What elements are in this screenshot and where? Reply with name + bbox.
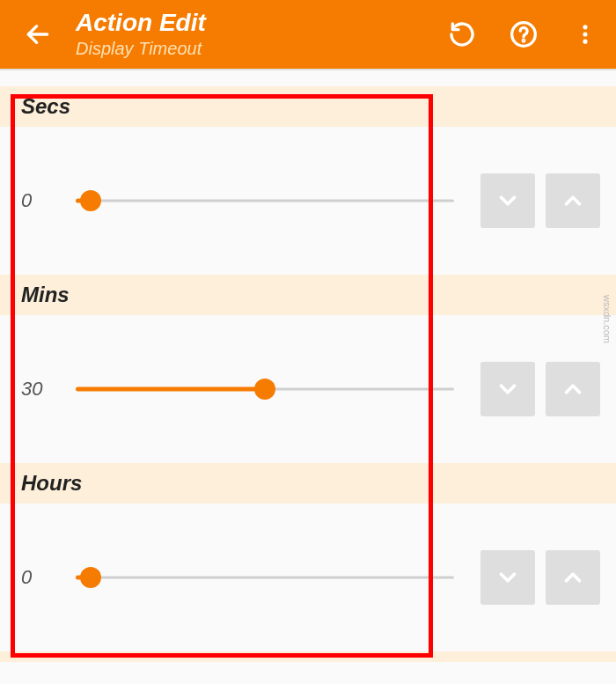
secs-label: Secs <box>0 86 616 127</box>
hours-value: 0 <box>21 566 76 589</box>
hours-increment-button[interactable] <box>546 550 600 605</box>
secs-decrement-button[interactable] <box>480 173 535 228</box>
slider-track <box>76 200 454 202</box>
help-icon <box>510 20 538 48</box>
slider-thumb[interactable] <box>254 379 275 400</box>
mins-increment-button[interactable] <box>546 362 600 416</box>
mins-row: 30 <box>0 315 616 463</box>
revert-icon <box>448 20 476 48</box>
watermark: wsxdn.com <box>602 295 612 343</box>
svg-point-4 <box>583 32 587 36</box>
more-button[interactable] <box>554 0 616 69</box>
next-section-peek <box>0 651 616 662</box>
more-vert-icon <box>573 22 598 47</box>
app-header: Action Edit Display Timeout <box>0 0 616 69</box>
svg-point-5 <box>583 40 587 44</box>
hours-label: Hours <box>0 463 616 504</box>
secs-value: 0 <box>21 189 76 212</box>
revert-button[interactable] <box>431 0 493 69</box>
chevron-up-icon <box>560 564 586 591</box>
title-block: Action Edit Display Timeout <box>69 10 431 60</box>
svg-point-3 <box>583 25 587 29</box>
secs-row: 0 <box>0 127 616 275</box>
back-button[interactable] <box>7 0 69 69</box>
back-arrow-icon <box>24 20 52 48</box>
hours-steppers <box>480 550 600 605</box>
slider-track <box>76 577 454 579</box>
svg-point-2 <box>523 40 524 42</box>
mins-steppers <box>480 362 600 416</box>
slider-fill <box>76 387 265 392</box>
page-subtitle: Display Timeout <box>76 38 431 59</box>
hours-row: 0 <box>0 504 616 651</box>
page-title: Action Edit <box>76 10 431 37</box>
slider-thumb[interactable] <box>80 567 101 588</box>
hours-slider[interactable] <box>76 560 454 595</box>
mins-label: Mins <box>0 275 616 315</box>
content-area: Secs 0 Mins 30 <box>0 70 616 662</box>
chevron-down-icon <box>495 376 521 402</box>
help-button[interactable] <box>493 0 554 69</box>
hours-decrement-button[interactable] <box>480 550 535 605</box>
chevron-up-icon <box>560 376 586 402</box>
chevron-down-icon <box>495 564 521 591</box>
secs-slider[interactable] <box>76 183 454 218</box>
chevron-up-icon <box>560 188 586 214</box>
mins-value: 30 <box>21 378 76 401</box>
slider-thumb[interactable] <box>80 190 101 211</box>
mins-decrement-button[interactable] <box>480 362 535 416</box>
chevron-down-icon <box>495 188 521 214</box>
secs-steppers <box>480 173 600 228</box>
secs-increment-button[interactable] <box>546 173 600 228</box>
mins-slider[interactable] <box>76 371 454 407</box>
